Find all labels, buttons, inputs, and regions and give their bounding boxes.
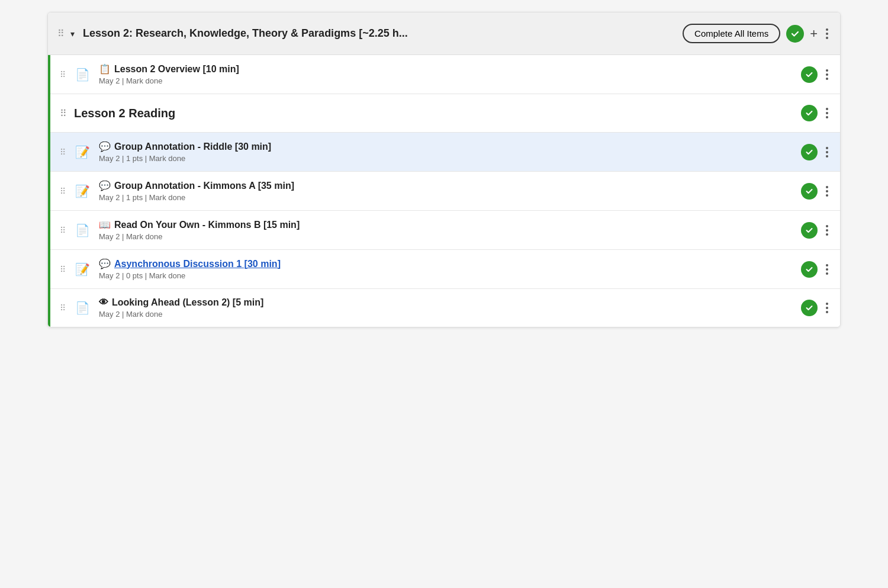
item-content: 📋 Lesson 2 Overview [10 min] May 2 | Mar… bbox=[99, 63, 794, 85]
item-title: 📋 Lesson 2 Overview [10 min] bbox=[99, 63, 794, 75]
module-check-icon[interactable] bbox=[786, 25, 804, 43]
item-row: ⠿ 📝 💬 Group Annotation - Riddle [30 min]… bbox=[50, 133, 840, 172]
module-container: ⠿ ▾ Lesson 2: Research, Knowledge, Theor… bbox=[47, 12, 841, 327]
item-drag-handle[interactable]: ⠿ bbox=[60, 265, 66, 274]
item-content: 💬 Asynchronous Discussion 1 [30 min] May… bbox=[99, 258, 794, 280]
section-row: ⠿ Lesson 2 Reading bbox=[50, 94, 840, 133]
item-content: 💬 Group Annotation - Kimmons A [35 min] … bbox=[99, 180, 794, 202]
module-drag-handle[interactable]: ⠿ bbox=[57, 28, 65, 39]
item-file-icon: 📄 bbox=[73, 298, 92, 317]
item-meta: May 2 | 0 pts | Mark done bbox=[99, 271, 794, 280]
item-check-icon[interactable] bbox=[801, 66, 818, 83]
item-actions bbox=[801, 300, 831, 316]
item-check-icon[interactable] bbox=[801, 300, 818, 316]
item-link[interactable]: Asynchronous Discussion 1 [30 min] bbox=[114, 259, 281, 269]
item-drag-handle[interactable]: ⠿ bbox=[60, 303, 66, 313]
item-drag-handle[interactable]: ⠿ bbox=[60, 226, 66, 235]
module-chevron[interactable]: ▾ bbox=[70, 29, 75, 38]
item-actions bbox=[801, 261, 831, 278]
item-type-icon: 📄 bbox=[73, 65, 92, 84]
item-drag-handle[interactable]: ⠿ bbox=[60, 70, 66, 79]
section-title: Lesson 2 Reading bbox=[74, 107, 794, 120]
item-edit-icon: 📝 bbox=[73, 260, 92, 279]
item-content: 💬 Group Annotation - Riddle [30 min] May… bbox=[99, 141, 794, 163]
section-drag-handle[interactable]: ⠿ bbox=[60, 108, 67, 119]
item-actions bbox=[801, 222, 831, 239]
item-row: ⠿ 📝 💬 Group Annotation - Kimmons A [35 m… bbox=[50, 172, 840, 211]
item-title: 💬 Asynchronous Discussion 1 [30 min] bbox=[99, 258, 794, 269]
item-check-icon[interactable] bbox=[801, 222, 818, 239]
item-actions bbox=[801, 183, 831, 200]
module-header: ⠿ ▾ Lesson 2: Research, Knowledge, Theor… bbox=[48, 12, 840, 55]
section-actions bbox=[801, 105, 831, 121]
item-title: 📖 Read On Your Own - Kimmons B [15 min] bbox=[99, 219, 794, 230]
item-prefix-icon: 👁 bbox=[99, 297, 108, 308]
add-item-button[interactable]: + bbox=[810, 27, 818, 40]
item-prefix-icon: 💬 bbox=[99, 141, 111, 152]
item-edit-icon: 📝 bbox=[73, 143, 92, 162]
item-meta: May 2 | Mark done bbox=[99, 232, 794, 241]
complete-all-button[interactable]: Complete All Items bbox=[683, 24, 780, 43]
item-more-button[interactable] bbox=[823, 223, 831, 238]
item-prefix-icon: 💬 bbox=[99, 258, 111, 269]
item-more-button[interactable] bbox=[823, 144, 831, 160]
item-more-button[interactable] bbox=[823, 67, 831, 82]
item-more-button[interactable] bbox=[823, 184, 831, 199]
item-content: 👁 Looking Ahead (Lesson 2) [5 min] May 2… bbox=[99, 297, 794, 319]
item-row: ⠿ 📄 📖 Read On Your Own - Kimmons B [15 m… bbox=[50, 211, 840, 250]
item-title: 👁 Looking Ahead (Lesson 2) [5 min] bbox=[99, 297, 794, 308]
module-title: Lesson 2: Research, Knowledge, Theory & … bbox=[83, 27, 677, 40]
item-actions bbox=[801, 144, 831, 160]
item-row: ⠿ 📄 👁 Looking Ahead (Lesson 2) [5 min] M… bbox=[50, 289, 840, 327]
item-drag-handle[interactable]: ⠿ bbox=[60, 187, 66, 196]
item-edit-icon: 📝 bbox=[73, 182, 92, 201]
item-more-button[interactable] bbox=[823, 262, 831, 277]
item-check-icon[interactable] bbox=[801, 144, 818, 160]
item-meta: May 2 | 1 pts | Mark done bbox=[99, 154, 794, 163]
item-check-icon[interactable] bbox=[801, 261, 818, 278]
item-check-icon[interactable] bbox=[801, 183, 818, 200]
item-content: 📖 Read On Your Own - Kimmons B [15 min] … bbox=[99, 219, 794, 241]
item-more-button[interactable] bbox=[823, 300, 831, 316]
item-file-icon: 📄 bbox=[73, 221, 92, 240]
item-drag-handle[interactable]: ⠿ bbox=[60, 147, 66, 157]
item-actions bbox=[801, 66, 831, 83]
item-meta: May 2 | 1 pts | Mark done bbox=[99, 193, 794, 202]
more-dots-icon bbox=[826, 28, 828, 39]
item-row: ⠿ 📄 📋 Lesson 2 Overview [10 min] May 2 |… bbox=[50, 55, 840, 94]
section-check-icon[interactable] bbox=[801, 105, 818, 121]
item-prefix-icon: 📖 bbox=[99, 219, 111, 230]
item-prefix-icon: 📋 bbox=[99, 63, 111, 75]
item-title: 💬 Group Annotation - Kimmons A [35 min] bbox=[99, 180, 794, 191]
items-list: ⠿ 📄 📋 Lesson 2 Overview [10 min] May 2 |… bbox=[48, 55, 840, 327]
item-title: 💬 Group Annotation - Riddle [30 min] bbox=[99, 141, 794, 152]
module-more-button[interactable] bbox=[823, 26, 831, 41]
section-more-button[interactable] bbox=[823, 105, 831, 121]
item-meta: May 2 | Mark done bbox=[99, 76, 794, 85]
item-meta: May 2 | Mark done bbox=[99, 310, 794, 319]
item-prefix-icon: 💬 bbox=[99, 180, 111, 191]
item-row: ⠿ 📝 💬 Asynchronous Discussion 1 [30 min]… bbox=[50, 250, 840, 289]
